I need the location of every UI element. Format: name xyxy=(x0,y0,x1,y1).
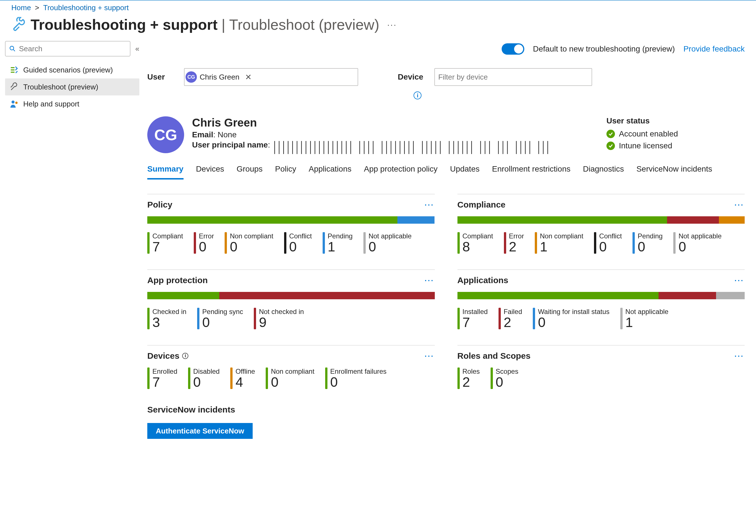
metric-scopes[interactable]: Scopes0 xyxy=(491,367,518,389)
card-more-icon[interactable]: ⋯ xyxy=(424,203,435,206)
metric-error[interactable]: Error0 xyxy=(194,232,214,254)
device-filter-text[interactable] xyxy=(435,68,592,86)
metric-disabled[interactable]: Disabled0 xyxy=(188,367,220,389)
metric-conflict[interactable]: Conflict0 xyxy=(594,232,622,254)
card-title: Applications xyxy=(457,276,508,285)
breadcrumb-home[interactable]: Home xyxy=(11,3,31,12)
metric-label: Checked in xyxy=(152,308,186,316)
metric-installed[interactable]: Installed7 xyxy=(457,308,488,329)
card-more-icon[interactable]: ⋯ xyxy=(424,279,435,282)
metric-label: Pending xyxy=(328,232,353,240)
breadcrumb-current[interactable]: Troubleshooting + support xyxy=(43,3,129,12)
metric-not-applicable[interactable]: Not applicable0 xyxy=(364,232,412,254)
metric-error[interactable]: Error2 xyxy=(504,232,524,254)
provide-feedback-link[interactable]: Provide feedback xyxy=(684,44,745,54)
svg-point-2 xyxy=(12,100,15,104)
metric-label: Conflict xyxy=(289,232,312,240)
metric-value: 1 xyxy=(328,240,353,254)
search-icon xyxy=(9,45,15,52)
user-chip-remove-icon[interactable]: ✕ xyxy=(242,72,252,82)
metric-not-applicable[interactable]: Not applicable0 xyxy=(673,232,721,254)
tab-applications[interactable]: Applications xyxy=(309,165,352,179)
metric-label: Disabled xyxy=(193,367,220,375)
metrics-row: Enrolled7Disabled0Offline4Non compliant0… xyxy=(147,367,435,389)
metric-checked-in[interactable]: Checked in3 xyxy=(147,308,186,329)
tab-enrollment-restrictions[interactable]: Enrollment restrictions xyxy=(492,165,571,179)
authenticate-servicenow-button[interactable]: Authenticate ServiceNow xyxy=(147,423,253,439)
metric-compliant[interactable]: Compliant8 xyxy=(457,232,493,254)
metrics-row: Roles2Scopes0 xyxy=(457,367,745,389)
metric-non-compliant[interactable]: Non compliant0 xyxy=(266,367,314,389)
card-more-icon[interactable]: ⋯ xyxy=(424,355,435,357)
metric-enrollment-failures[interactable]: Enrollment failures0 xyxy=(325,367,387,389)
card-title: Compliance xyxy=(457,200,506,209)
status-bar xyxy=(147,292,435,299)
metric-pending-sync[interactable]: Pending sync0 xyxy=(197,308,243,329)
user-upn-row: User principal name: |||||||||||||||||| … xyxy=(192,141,550,150)
metric-pending[interactable]: Pending1 xyxy=(323,232,353,254)
collapse-sidebar-icon[interactable]: « xyxy=(135,44,139,53)
tab-diagnostics[interactable]: Diagnostics xyxy=(583,165,624,179)
sidebar-item-help[interactable]: Help and support xyxy=(5,95,139,112)
metric-roles[interactable]: Roles2 xyxy=(457,367,480,389)
metric-value: 0 xyxy=(678,240,721,254)
tab-groups[interactable]: Groups xyxy=(236,165,262,179)
metric-label: Failed xyxy=(504,308,522,316)
card-title: App protection xyxy=(147,276,208,285)
metric-value: 7 xyxy=(463,316,488,329)
sidebar-search-input[interactable] xyxy=(18,44,126,54)
metric-conflict[interactable]: Conflict0 xyxy=(284,232,312,254)
metric-compliant[interactable]: Compliant7 xyxy=(147,232,183,254)
user-email-row: Email: None xyxy=(192,130,550,139)
metric-failed[interactable]: Failed2 xyxy=(499,308,522,329)
guided-scenarios-icon xyxy=(10,66,19,74)
card-more-icon[interactable]: ⋯ xyxy=(734,355,745,357)
user-status-title: User status xyxy=(607,116,678,125)
metric-value: 0 xyxy=(199,240,214,254)
check-icon xyxy=(607,130,615,138)
tab-policy[interactable]: Policy xyxy=(275,165,296,179)
metric-label: Enrollment failures xyxy=(330,367,387,375)
card-more-icon[interactable]: ⋯ xyxy=(734,203,745,206)
metric-not-checked-in[interactable]: Not checked in9 xyxy=(254,308,304,329)
metric-label: Not applicable xyxy=(678,232,721,240)
metric-non-compliant[interactable]: Non compliant1 xyxy=(535,232,583,254)
sidebar-item-label: Guided scenarios (preview) xyxy=(23,66,113,74)
breadcrumb: Home > Troubleshooting + support xyxy=(0,1,756,12)
metric-enrolled[interactable]: Enrolled7 xyxy=(147,367,177,389)
tab-updates[interactable]: Updates xyxy=(450,165,479,179)
title-more-icon[interactable]: ··· xyxy=(384,20,400,29)
user-filter-label: User xyxy=(147,72,176,82)
metric-not-applicable[interactable]: Not applicable1 xyxy=(620,308,668,329)
tab-summary[interactable]: Summary xyxy=(147,165,183,179)
tab-servicenow-incidents[interactable]: ServiceNow incidents xyxy=(636,165,713,179)
metric-label: Pending xyxy=(637,232,662,240)
metric-value: 0 xyxy=(330,375,387,389)
default-troubleshoot-toggle[interactable] xyxy=(501,43,524,55)
user-filter-text[interactable] xyxy=(258,70,357,84)
info-icon[interactable]: i xyxy=(182,353,188,359)
svg-line-1 xyxy=(13,50,15,51)
wrench-icon xyxy=(10,82,19,92)
metric-label: Pending sync xyxy=(202,308,243,316)
metric-non-compliant[interactable]: Non compliant0 xyxy=(225,232,273,254)
user-filter-input[interactable]: CG Chris Green ✕ xyxy=(184,68,358,86)
metric-waiting-for-install-status[interactable]: Waiting for install status0 xyxy=(533,308,609,329)
device-filter-input[interactable] xyxy=(435,68,592,86)
metric-pending[interactable]: Pending0 xyxy=(633,232,662,254)
card-title: Devicesi xyxy=(147,351,188,361)
metric-value: 2 xyxy=(504,316,522,329)
sidebar-item-guided-scenarios[interactable]: Guided scenarios (preview) xyxy=(5,62,139,78)
metric-value: 0 xyxy=(637,240,662,254)
card-more-icon[interactable]: ⋯ xyxy=(734,279,745,282)
device-info-icon[interactable]: i xyxy=(414,92,421,99)
sidebar-item-troubleshoot[interactable]: Troubleshoot (preview) xyxy=(5,78,139,95)
status-bar xyxy=(147,216,435,224)
card-title: Policy xyxy=(147,200,172,209)
tab-app-protection-policy[interactable]: App protection policy xyxy=(364,165,438,179)
metric-label: Installed xyxy=(463,308,488,316)
user-chip[interactable]: CG Chris Green ✕ xyxy=(185,71,256,83)
tab-devices[interactable]: Devices xyxy=(196,165,224,179)
metric-offline[interactable]: Offline4 xyxy=(230,367,255,389)
sidebar-search[interactable] xyxy=(5,41,130,56)
